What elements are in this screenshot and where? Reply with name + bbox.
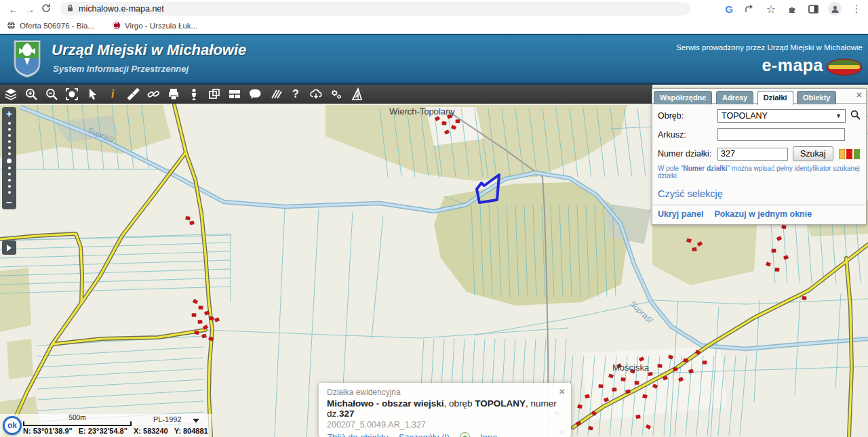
info-icon[interactable]: i [106,87,119,101]
coordinates-readout: N: 53°01'38.9"E: 23°32'54.8"X: 583240Y: … [23,427,214,435]
emapa-brand: e-mapa [762,56,823,75]
panel-close-icon[interactable]: × [856,91,862,100]
bookmark-item[interactable]: Virgo - Urszula Łuk... [112,21,197,30]
zoom-level-dot[interactable] [8,128,11,131]
search-hint: W pole "Numer działki" można wpisać pełn… [658,165,861,180]
menu-dots-icon[interactable]: ⋮ [850,3,863,15]
link-icon[interactable] [146,87,160,101]
zoom-level-dot[interactable] [8,152,11,155]
swatch-red[interactable] [846,149,852,159]
lock-icon [66,3,74,15]
map-label-wierch-topolany: Wierch-Topolany [389,106,455,117]
zoom-level-dot[interactable] [8,185,11,188]
zoom-level-dot[interactable] [8,173,11,175]
measure-icon[interactable] [126,87,140,101]
crs-selector[interactable]: PL-1992 [153,415,182,423]
help-icon[interactable]: ? [289,87,302,101]
chevron-right-icon [7,245,12,251]
service-note: Serwis prowadzony przez Urząd Miejski w … [676,43,863,51]
arkusz-input[interactable] [717,128,845,141]
search-panel: Współrzędne Adresy Działki Obiekty × Obr… [652,88,867,225]
zoom-to-object-link[interactable]: Zbliż do obiektu [327,432,389,437]
ok-button[interactable]: ok [3,416,22,435]
map-label-moscicka: Mościska [612,362,650,373]
chevron-down-icon: ▼ [835,112,842,119]
tab-adresy[interactable]: Adresy [716,91,753,104]
zoom-slider[interactable]: + − [2,107,16,209]
obreb-select[interactable]: TOPOLANY ▼ [717,109,846,123]
layers-icon[interactable] [4,87,18,101]
url-bar[interactable]: michalowo.e-mapa.net [60,2,690,16]
geo-system-logo [826,58,863,79]
cloud-download-icon[interactable] [309,87,323,101]
zoom-level-dot[interactable] [8,134,11,137]
hide-panel-link[interactable]: Ukryj panel [658,209,703,219]
forward-icon[interactable]: → [22,3,38,15]
tab-dzialki[interactable]: Działki [757,91,793,105]
slope-lines-icon[interactable] [269,87,282,101]
share-icon[interactable] [744,3,756,15]
numer-dzialki-input[interactable] [717,148,788,161]
extensions-puzzle-icon[interactable] [786,3,798,15]
zoom-out-button[interactable]: − [2,197,16,207]
popup-title: Działka ewidencyjna [327,388,563,397]
url-text: michalowo.e-mapa.net [79,4,164,14]
zoom-in-icon[interactable] [24,87,38,101]
globe-icon [7,21,16,30]
chevron-down-icon[interactable] [193,419,199,423]
swatch-yellow[interactable] [839,149,845,159]
comment-icon[interactable] [248,87,262,101]
virgo-logo-icon [112,21,121,30]
numer-dzialki-label: Numer działki: [658,149,717,159]
szukaj-button[interactable]: Szukaj [793,146,833,161]
zoom-level-dot[interactable] [8,122,11,125]
back-icon[interactable]: ← [5,3,22,15]
search-icon[interactable] [850,110,861,122]
single-window-link[interactable]: Pokazuj w jednym oknie [714,209,812,219]
print-icon[interactable] [167,87,180,101]
site-subtitle: System Informacji Przestrzennej [53,64,189,74]
bookmark-star-icon[interactable]: ☆ [765,3,777,15]
settings-gears-icon[interactable] [330,87,343,101]
map-statusbar: 500m PL-1992 N: 53°01'38.9"E: 23°32'54.8… [0,414,212,437]
site-title: Urząd Miejski w Michałowie [52,41,246,59]
parcel-info-popup: Działka ewidencyjna × Michałowo - obszar… [319,383,571,437]
popup-close-icon[interactable]: × [559,387,565,396]
side-panel-toggle[interactable] [2,241,16,255]
layout-panels-icon[interactable] [228,87,241,101]
selection-color-swatches [839,149,860,159]
copy-window-icon[interactable] [208,87,221,101]
street-view-icon[interactable] [187,87,201,101]
zoom-level-dot[interactable] [8,140,11,143]
coat-of-arms [13,39,41,81]
tab-obiekty[interactable]: Obiekty [797,91,836,104]
arkusz-label: Arkusz: [658,130,717,140]
details-link[interactable]: Szczegóły (I) [399,432,450,437]
map-workspace: Wierch-Topolany Mościska Supraśl Supraśl… [0,85,868,437]
zoom-in-button[interactable]: + [2,108,16,119]
scale-bar [23,421,132,426]
scale-label: 500m [23,414,132,421]
zoom-level-dot[interactable] [8,179,11,182]
pointer-icon[interactable] [85,87,99,101]
plus-circle-icon[interactable]: + [460,432,470,437]
zoom-level-dot[interactable] [8,191,11,194]
bookmark-item[interactable]: Oferta 506976 - Bia... [7,21,94,30]
browser-chrome: ← → michalowo.e-mapa.net G ☆ [0,0,868,34]
clear-selection-link[interactable]: Czyść selekcję [658,188,723,199]
zoom-out-icon[interactable] [45,87,58,101]
select-region-icon[interactable] [65,87,79,101]
swatch-green[interactable] [854,149,860,159]
zoom-level-dot[interactable] [8,146,11,149]
site-header: Urząd Miejski w Michałowie System Inform… [0,34,868,85]
reload-icon[interactable] [38,3,54,15]
side-panel-icon[interactable] [807,3,819,15]
google-g-icon[interactable]: G [723,3,735,15]
other-link[interactable]: Inne [480,432,497,437]
north-arrow-icon[interactable] [350,87,363,101]
profile-avatar[interactable] [828,2,842,16]
zoom-level-dot[interactable] [7,159,12,163]
zoom-level-dot[interactable] [8,167,11,169]
tab-wspolrzedne[interactable]: Współrzędne [654,91,712,104]
popup-parcel-id: 200207_5.0049.AR_1.327 [327,420,563,430]
